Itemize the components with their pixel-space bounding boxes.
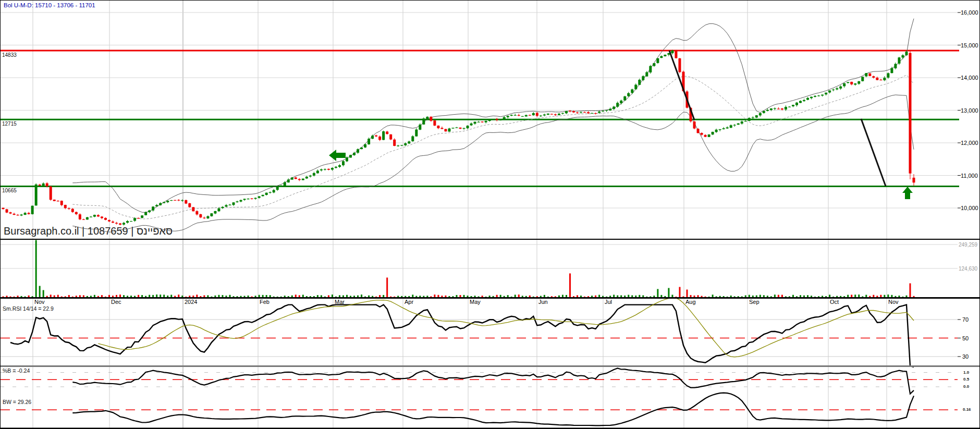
chart-root: Bol U-M-D: 15710 - 13706 - 11701 14833 1… [0,0,980,429]
left-arrow-marker [329,150,346,161]
price-level-lines [1,51,959,187]
chart-canvas[interactable] [1,1,980,429]
candlestick-series [2,50,915,226]
pctb-bw-lines [72,368,914,425]
up-arrow-marker [902,187,913,199]
annotations [329,51,913,199]
panel-separators [1,239,980,428]
